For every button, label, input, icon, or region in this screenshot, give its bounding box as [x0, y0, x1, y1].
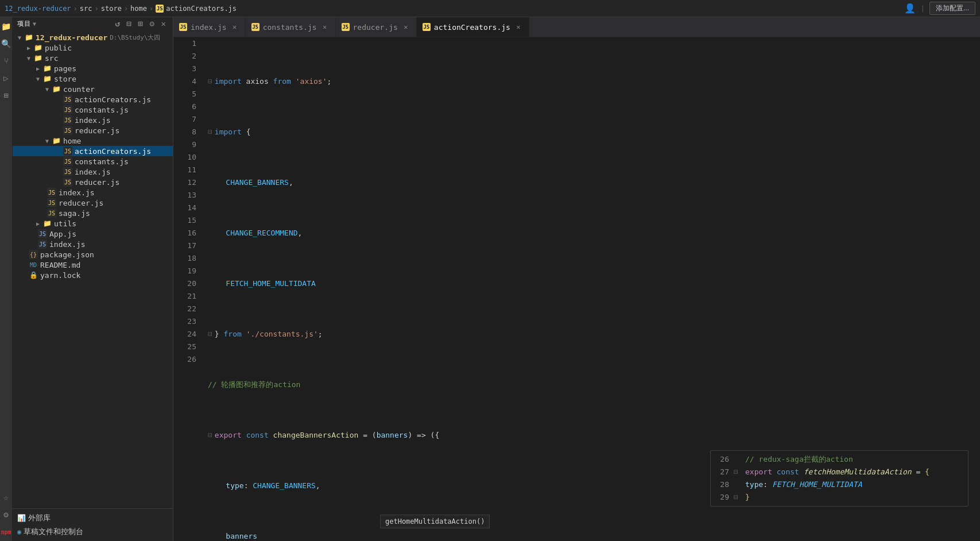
yarn-lock-label: yarn.lock — [40, 271, 80, 280]
sidebar-item-store-index[interactable]: JS index.js — [13, 187, 173, 198]
activity-git-icon[interactable]: ⑂ — [1, 55, 12, 67]
breadcrumb-project[interactable]: 12_redux-reducer — [5, 5, 71, 13]
tab-constants-icon: JS — [251, 23, 259, 31]
utils-folder-icon: 📁 — [42, 219, 52, 228]
activity-search-icon[interactable]: 🔍 — [1, 38, 12, 49]
sidebar-item-home[interactable]: ▼ 📁 home — [13, 136, 173, 146]
ln-7: 7 — [173, 113, 196, 126]
drafts-label: 草稿文件和控制台 — [24, 527, 83, 537]
sidebar-item-utils[interactable]: ▶ 📁 utils — [13, 218, 173, 229]
tab-index-js[interactable]: JS index.js ✕ — [173, 17, 246, 37]
sidebar-item-home-index[interactable]: JS index.js — [13, 167, 173, 177]
sidebar-item-store-saga[interactable]: JS saga.js — [13, 208, 173, 218]
ln-13: 13 — [173, 189, 196, 202]
activity-files-icon[interactable]: 📁 — [1, 21, 12, 32]
tree-root[interactable]: ▼ 📁 12_redux-reducer D:\BStudy\大四 — [13, 32, 173, 42]
public-arrow: ▶ — [24, 43, 33, 52]
tab-reducer-icon: JS — [342, 23, 350, 31]
store-label: store — [54, 75, 76, 83]
tab-ac-icon: JS — [423, 23, 431, 31]
counter-constants-icon: JS — [63, 105, 72, 114]
home-folder-icon: 📁 — [52, 136, 61, 145]
sidebar-item-yarn-lock[interactable]: 🔒 yarn.lock — [13, 270, 173, 280]
split-icon[interactable]: ⊞ — [136, 19, 145, 28]
activity-settings-icon[interactable]: ⚙ — [1, 509, 12, 520]
ln-21: 21 — [173, 290, 196, 303]
counter-folder-icon: 📁 — [52, 84, 61, 94]
sidebar-item-home-constants[interactable]: JS constants.js — [13, 156, 173, 167]
sidebar-item-public[interactable]: ▶ 📁 public — [13, 42, 173, 53]
sidebar-item-home-reducer[interactable]: JS reducer.js — [13, 177, 173, 187]
sidebar-header-icons: ↺ ⊟ ⊞ ⚙ ✕ — [113, 19, 168, 28]
utils-label: utils — [54, 219, 76, 228]
code-preview-popup: 26 // redux-saga拦截的action 27 ⊟ export co… — [710, 450, 969, 507]
collapse-icon[interactable]: ⊟ — [125, 19, 134, 28]
store-reducer-label: reducer.js — [59, 199, 103, 207]
sidebar-item-counter-index[interactable]: JS index.js — [13, 115, 173, 125]
activity-account-icon[interactable]: ☆ — [1, 492, 12, 503]
tab-actioncreators-js[interactable]: JS actionCreators.js ✕ — [417, 17, 529, 37]
package-icon: {} — [29, 250, 38, 259]
utils-arrow: ▶ — [33, 219, 42, 228]
code-line-1: ⊟import axios from 'axios'; — [206, 75, 980, 88]
sidebar-item-pages[interactable]: ▶ 📁 pages — [13, 63, 173, 74]
external-libs-label: 外部库 — [28, 513, 51, 523]
activity-debug-icon[interactable]: ▷ — [1, 72, 12, 84]
home-ac-icon: JS — [63, 146, 72, 156]
breadcrumb-src[interactable]: src — [80, 5, 92, 13]
sidebar-item-home-ac[interactable]: JS actionCreators.js — [13, 146, 173, 156]
package-label: package.json — [40, 250, 94, 259]
settings-icon[interactable]: ⚙ — [148, 19, 157, 28]
ln-16: 16 — [173, 227, 196, 239]
tab-ac-label: actionCreators.js — [434, 23, 510, 32]
sidebar-item-store[interactable]: ▼ 📁 store — [13, 74, 173, 84]
ln-12: 12 — [173, 176, 196, 189]
src-arrow: ▼ — [24, 53, 33, 63]
preview-content-26: // redux-saga拦截的action — [745, 453, 853, 466]
tab-reducer-js[interactable]: JS reducer.js ✕ — [336, 17, 417, 37]
activity-npm-icon[interactable]: npm — [1, 526, 12, 538]
sidebar-item-app[interactable]: JS App.js — [13, 229, 173, 239]
sidebar-item-store-reducer[interactable]: JS reducer.js — [13, 198, 173, 208]
breadcrumb-home[interactable]: home — [130, 5, 147, 13]
refresh-icon[interactable]: ↺ — [113, 19, 122, 28]
breadcrumb-store[interactable]: store — [101, 5, 122, 13]
store-index-icon: JS — [47, 188, 56, 197]
counter-constants-label: constants.js — [75, 106, 129, 114]
counter-ac-icon: JS — [63, 95, 72, 104]
tab-reducer-close[interactable]: ✕ — [401, 22, 410, 32]
root-path: D:\BStudy\大四 — [110, 33, 160, 42]
user-icon[interactable]: 👤 — [904, 3, 916, 14]
preview-line-26: 26 // redux-saga拦截的action — [711, 453, 968, 466]
sidebar-item-counter-constants[interactable]: JS constants.js — [13, 105, 173, 115]
sidebar-item-counter-reducer[interactable]: JS reducer.js — [13, 125, 173, 136]
sidebar-item-counter[interactable]: ▼ 📁 counter — [13, 84, 173, 94]
readme-label: README.md — [40, 261, 80, 269]
public-label: public — [45, 44, 72, 52]
close-sidebar-icon[interactable]: ✕ — [159, 19, 168, 28]
counter-ac-label: actionCreators.js — [75, 95, 151, 104]
add-config-button[interactable]: 添加配置... — [929, 2, 975, 15]
activity-extensions-icon[interactable]: ⊞ — [1, 90, 12, 101]
preview-line-27: 27 ⊟ export const fetchHomeMultidataActi… — [711, 466, 968, 478]
store-reducer-icon: JS — [47, 198, 56, 207]
sidebar-item-package[interactable]: {} package.json — [13, 249, 173, 260]
tab-constants-close[interactable]: ✕ — [320, 22, 330, 32]
tab-index-icon: JS — [179, 23, 187, 31]
ln-3: 3 — [173, 63, 196, 75]
home-arrow: ▼ — [42, 136, 52, 145]
sidebar: 项目 ▼ ↺ ⊟ ⊞ ⚙ ✕ ▼ 📁 12_redux-reducer D:\B… — [13, 17, 173, 541]
activity-bar: 📁 🔍 ⑂ ▷ ⊞ ☆ ⚙ npm — [0, 17, 13, 541]
tab-constants-js[interactable]: JS constants.js ✕ — [246, 17, 336, 37]
tab-ac-close[interactable]: ✕ — [514, 22, 523, 32]
ln-8: 8 — [173, 126, 196, 138]
counter-reducer-label: reducer.js — [75, 126, 119, 135]
sidebar-external-libs[interactable]: 📊 外部库 — [13, 511, 173, 525]
sidebar-drafts[interactable]: ◉ 草稿文件和控制台 — [13, 525, 173, 539]
tab-index-close[interactable]: ✕ — [230, 22, 239, 32]
sidebar-item-src-index[interactable]: JS index.js — [13, 239, 173, 249]
sidebar-item-readme[interactable]: MD README.md — [13, 260, 173, 270]
sidebar-item-src[interactable]: ▼ 📁 src — [13, 53, 173, 63]
sidebar-item-counter-ac[interactable]: JS actionCreators.js — [13, 94, 173, 105]
home-reducer-icon: JS — [63, 177, 72, 187]
